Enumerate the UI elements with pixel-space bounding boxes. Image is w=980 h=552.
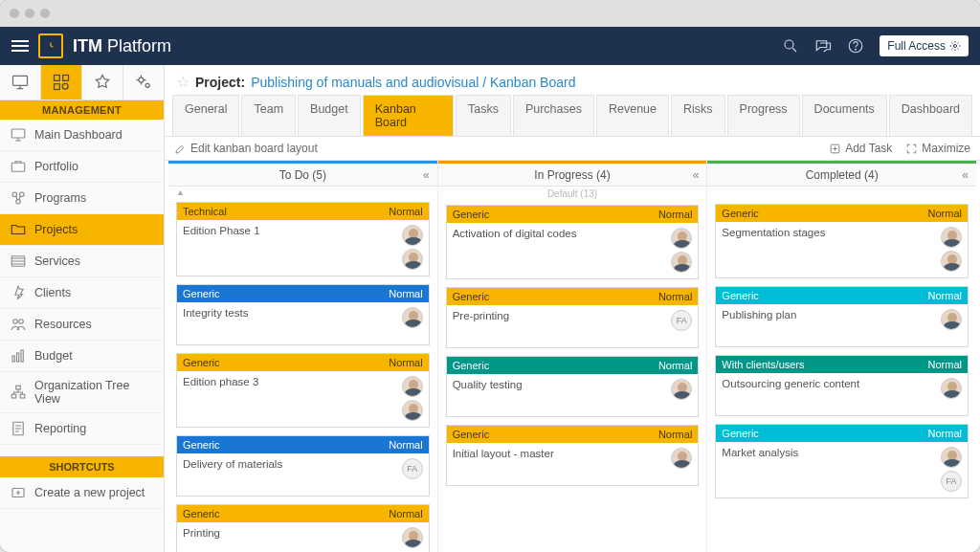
card-title: Initial layout - master bbox=[453, 448, 672, 479]
card-title: Quality testing bbox=[453, 379, 672, 410]
nav-programs[interactable]: Programs bbox=[0, 183, 164, 214]
tooltab-modules[interactable] bbox=[41, 65, 82, 99]
avatar bbox=[941, 447, 962, 468]
column-header[interactable]: In Progress (4)« bbox=[438, 164, 707, 187]
column-header[interactable]: Completed (4)« bbox=[707, 164, 976, 187]
card-title: Outsourcing generic content bbox=[722, 378, 941, 409]
card-title: Printing bbox=[183, 527, 402, 552]
svg-rect-22 bbox=[16, 386, 21, 389]
card-header: With clients/usersNormal bbox=[716, 356, 968, 373]
menu-icon[interactable] bbox=[11, 40, 29, 52]
avatar bbox=[941, 251, 962, 272]
svg-point-0 bbox=[785, 40, 793, 49]
avatar bbox=[402, 400, 423, 421]
tooltab-star[interactable] bbox=[82, 65, 123, 99]
collapse-icon[interactable]: « bbox=[693, 168, 700, 182]
collapse-icon[interactable]: « bbox=[962, 168, 969, 182]
search-icon[interactable] bbox=[782, 37, 799, 55]
edit-layout-button[interactable]: Edit kanban board layout bbox=[174, 142, 318, 155]
tab-budget[interactable]: Budget bbox=[298, 95, 361, 136]
card-title: Delivery of materials bbox=[183, 458, 402, 490]
kanban-card[interactable]: TechnicalNormalEdition Phase 1 bbox=[176, 202, 430, 276]
tab-revenue[interactable]: Revenue bbox=[596, 95, 669, 136]
tab-documents[interactable]: Documents bbox=[802, 95, 887, 136]
avatar bbox=[671, 228, 692, 249]
nav-portfolio[interactable]: Portfolio bbox=[0, 151, 164, 183]
kanban-card[interactable]: GenericNormalMarket analysisFA bbox=[715, 424, 969, 498]
svg-rect-12 bbox=[11, 163, 25, 171]
svg-rect-23 bbox=[11, 394, 16, 398]
avatar bbox=[402, 225, 423, 246]
tab-tasks[interactable]: Tasks bbox=[456, 95, 511, 136]
avatar bbox=[402, 307, 423, 328]
nav-resources[interactable]: Resources bbox=[0, 309, 164, 341]
full-access-button[interactable]: Full Access bbox=[880, 35, 969, 56]
kanban-card[interactable]: GenericNormalEdition phase 3 bbox=[176, 353, 430, 428]
collapse-icon[interactable]: « bbox=[423, 168, 430, 182]
card-title: Pre-printing bbox=[453, 310, 672, 342]
nav-projects[interactable]: Projects bbox=[0, 214, 164, 246]
tab-kanban[interactable]: Kanban Board bbox=[363, 95, 454, 136]
nav-org-tree[interactable]: Organization Tree View bbox=[0, 372, 164, 413]
tab-purchases[interactable]: Purchases bbox=[513, 95, 594, 136]
sort-icon[interactable]: ▲ bbox=[168, 187, 437, 198]
card-header: GenericNormal bbox=[716, 287, 968, 304]
avatar bbox=[941, 309, 962, 330]
section-shortcuts: SHORTCUTS bbox=[0, 456, 164, 477]
kanban-board: To Do (5)«▲TechnicalNormalEdition Phase … bbox=[165, 161, 980, 552]
kanban-column: To Do (5)«▲TechnicalNormalEdition Phase … bbox=[168, 161, 438, 552]
tab-dashboard[interactable]: Dashboard bbox=[889, 95, 972, 136]
kanban-card[interactable]: GenericNormalInitial layout - master bbox=[446, 425, 700, 486]
nav-clients[interactable]: Clients bbox=[0, 277, 164, 309]
tooltab-settings[interactable] bbox=[123, 65, 164, 99]
add-task-button[interactable]: Add Task bbox=[829, 142, 892, 155]
svg-rect-24 bbox=[20, 394, 25, 398]
board-toolbar: Edit kanban board layout Add Task Maximi… bbox=[165, 137, 980, 161]
tab-risks[interactable]: Risks bbox=[671, 95, 725, 136]
browser-chrome bbox=[0, 0, 980, 27]
svg-rect-7 bbox=[55, 84, 60, 90]
tab-general[interactable]: General bbox=[172, 95, 239, 136]
kanban-card[interactable]: GenericNormalActivation of digital codes bbox=[446, 205, 700, 279]
svg-point-18 bbox=[19, 320, 24, 324]
kanban-card[interactable]: GenericNormalSegmentation stages bbox=[715, 204, 969, 278]
kanban-card[interactable]: GenericNormalPublishing plan bbox=[715, 286, 969, 347]
svg-point-10 bbox=[145, 83, 149, 87]
card-title: Edition phase 3 bbox=[183, 376, 402, 421]
kanban-card[interactable]: GenericNormalPre-printingFA bbox=[446, 287, 700, 348]
svg-rect-6 bbox=[63, 76, 69, 81]
project-name[interactable]: Publishing of manuals and audiovisual / … bbox=[251, 75, 575, 90]
card-header: GenericNormal bbox=[447, 206, 699, 223]
help-icon[interactable] bbox=[847, 37, 864, 55]
maximize-button[interactable]: Maximize bbox=[905, 142, 970, 155]
nav-reporting[interactable]: Reporting bbox=[0, 413, 164, 445]
kanban-card[interactable]: GenericNormalPrinting bbox=[176, 504, 430, 552]
swimlane-label: Default (13) bbox=[438, 187, 707, 201]
tab-team[interactable]: Team bbox=[241, 95, 296, 136]
kanban-card[interactable]: With clients/usersNormalOutsourcing gene… bbox=[715, 355, 969, 416]
svg-point-2 bbox=[856, 49, 857, 50]
kanban-card[interactable]: GenericNormalQuality testing bbox=[446, 356, 700, 417]
card-header: GenericNormal bbox=[716, 205, 968, 222]
nav-services[interactable]: Services bbox=[0, 246, 164, 277]
nav-main-dashboard[interactable]: Main Dashboard bbox=[0, 120, 164, 151]
nav-budget[interactable]: Budget bbox=[0, 341, 164, 372]
tooltab-monitor[interactable] bbox=[0, 65, 41, 99]
card-header: GenericNormal bbox=[177, 285, 429, 302]
tab-progress[interactable]: Progress bbox=[727, 95, 800, 136]
column-header[interactable]: To Do (5)« bbox=[168, 164, 437, 187]
shortcut-create-project[interactable]: Create a new project bbox=[0, 477, 164, 509]
kanban-column: Completed (4)«GenericNormalSegmentation … bbox=[707, 161, 976, 552]
avatar bbox=[671, 379, 692, 400]
svg-rect-5 bbox=[55, 76, 60, 81]
avatar bbox=[402, 249, 423, 270]
card-header: GenericNormal bbox=[447, 288, 699, 305]
kanban-card[interactable]: GenericNormalDelivery of materialsFA bbox=[176, 435, 430, 497]
chat-icon[interactable] bbox=[814, 37, 832, 55]
card-title: Edition Phase 1 bbox=[183, 225, 402, 270]
star-icon[interactable]: ☆ bbox=[176, 73, 189, 91]
kanban-card[interactable]: GenericNormalIntegrity tests bbox=[176, 284, 430, 345]
svg-point-17 bbox=[13, 320, 18, 324]
svg-point-15 bbox=[16, 200, 21, 205]
svg-rect-4 bbox=[13, 76, 28, 85]
